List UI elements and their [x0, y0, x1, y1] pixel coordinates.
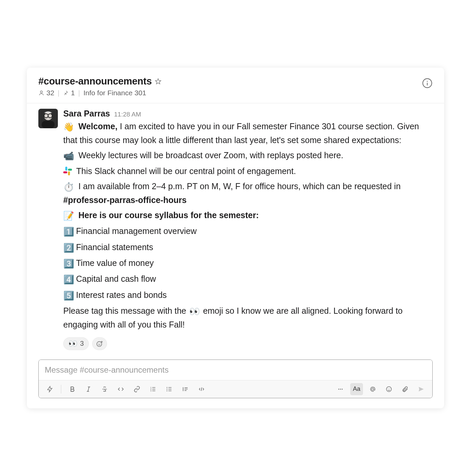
syllabus-item: 4️⃣Capital and cash flow — [63, 272, 433, 286]
svg-rect-7 — [42, 121, 55, 128]
stopwatch-emoji: ⏱️ — [63, 182, 74, 192]
text-format-button[interactable]: Aa — [350, 383, 363, 395]
slack-logo-icon — [63, 167, 72, 175]
svg-marker-0 — [155, 78, 161, 84]
bullet-slack: This Slack channel will be our central p… — [63, 165, 433, 178]
star-icon[interactable] — [154, 78, 162, 85]
office-hours-channel[interactable]: #professor-parras-office-hours — [63, 195, 187, 205]
syllabus-item: 2️⃣Financial statements — [63, 241, 433, 254]
syllabus-heading-row: 📝 Here is our course syllabus for the se… — [63, 209, 433, 223]
welcome-paragraph: 👋 Welcome, I am excited to have you in o… — [63, 120, 433, 147]
camera-emoji: 📹 — [63, 151, 74, 161]
svg-point-43 — [388, 388, 389, 389]
bullet-list-button[interactable] — [163, 383, 176, 395]
svg-point-44 — [390, 388, 390, 389]
message: Sara Parras 11:28 AM 👋 Welcome, I am exc… — [38, 109, 433, 350]
timestamp[interactable]: 11:28 AM — [114, 111, 141, 118]
svg-point-12 — [98, 343, 99, 344]
toolbar-right: Aa — [334, 383, 428, 395]
svg-point-40 — [342, 388, 343, 389]
toolbar-divider — [61, 385, 61, 394]
keycap-5-icon: 5️⃣ — [63, 291, 74, 301]
avatar[interactable] — [38, 109, 58, 128]
syllabus-heading: Here is our course syllabus for the seme… — [78, 210, 259, 220]
emoji-button[interactable] — [383, 383, 395, 395]
channel-header-left: #course-announcements 32 | 1 | Info for … — [38, 76, 162, 97]
pin-icon — [63, 90, 69, 96]
composer-toolbar: 123 Aa — [39, 380, 432, 398]
closing-paragraph: Please tag this message with the 👀 emoji… — [63, 304, 433, 331]
keycap-4-icon: 4️⃣ — [63, 274, 74, 284]
lightning-icon[interactable] — [43, 383, 56, 395]
svg-marker-16 — [47, 386, 52, 392]
svg-line-19 — [88, 387, 89, 391]
svg-point-3 — [427, 81, 428, 82]
svg-point-39 — [340, 388, 341, 389]
syllabus-item: 1️⃣Financial management overview — [63, 225, 433, 238]
memo-emoji: 📝 — [63, 211, 74, 221]
ordered-list-button[interactable]: 123 — [147, 383, 159, 395]
keycap-2-icon: 2️⃣ — [63, 243, 74, 253]
toolbar-left: 123 — [43, 383, 208, 395]
person-icon — [38, 90, 44, 96]
meta-separator: | — [78, 89, 80, 97]
reaction-count: 3 — [80, 340, 84, 347]
attachment-button[interactable] — [399, 383, 411, 395]
member-count[interactable]: 32 — [38, 89, 54, 97]
pinned-count[interactable]: 1 — [63, 89, 75, 97]
reaction-eyes[interactable]: 👀 3 — [63, 337, 89, 350]
message-input[interactable] — [39, 360, 432, 380]
svg-point-38 — [338, 388, 339, 389]
welcome-label: Welcome, — [78, 122, 117, 131]
channel-name[interactable]: #course-announcements — [38, 76, 152, 87]
svg-point-31 — [167, 389, 168, 390]
send-button[interactable] — [415, 383, 428, 395]
mention-button[interactable] — [366, 383, 379, 395]
composer-area: 123 Aa — [27, 360, 444, 408]
svg-line-37 — [201, 387, 202, 391]
svg-point-30 — [167, 387, 168, 388]
info-icon[interactable] — [422, 78, 433, 89]
channel-title-row: #course-announcements — [38, 76, 162, 87]
svg-point-41 — [372, 388, 374, 390]
eyes-emoji: 👀 — [189, 306, 200, 316]
meta-separator: | — [58, 89, 59, 97]
syllabus-item: 3️⃣Time value of money — [63, 257, 433, 270]
link-button[interactable] — [131, 383, 143, 395]
keycap-1-icon: 1️⃣ — [63, 227, 74, 237]
message-area: Sara Parras 11:28 AM 👋 Welcome, I am exc… — [27, 103, 444, 360]
svg-point-1 — [40, 91, 42, 93]
syllabus-item: 5️⃣Interest rates and bonds — [63, 288, 433, 302]
channel-header: #course-announcements 32 | 1 | Info for … — [27, 68, 444, 103]
code-button[interactable] — [114, 383, 127, 395]
codeblock-button[interactable] — [195, 383, 208, 395]
bold-button[interactable] — [66, 383, 79, 395]
channel-meta: 32 | 1 | Info for Finance 301 — [38, 89, 162, 97]
svg-text:3: 3 — [150, 390, 151, 392]
more-icon[interactable] — [334, 383, 347, 395]
keycap-3-icon: 3️⃣ — [63, 259, 74, 269]
eyes-emoji: 👀 — [68, 339, 77, 348]
message-body: Sara Parras 11:28 AM 👋 Welcome, I am exc… — [63, 109, 433, 350]
add-reaction-button[interactable] — [92, 337, 107, 350]
sender-line: Sara Parras 11:28 AM — [63, 109, 433, 118]
italic-button[interactable] — [82, 383, 95, 395]
svg-point-32 — [167, 390, 168, 392]
svg-point-11 — [97, 342, 102, 347]
sender-name[interactable]: Sara Parras — [63, 109, 110, 118]
bullet-office-hours: ⏱️ I am available from 2–4 p.m. PT on M,… — [63, 180, 433, 207]
svg-point-42 — [387, 386, 392, 392]
add-emoji-icon — [96, 340, 103, 347]
slack-panel: #course-announcements 32 | 1 | Info for … — [27, 68, 444, 408]
wave-emoji: 👋 — [63, 122, 74, 132]
channel-topic[interactable]: Info for Finance 301 — [83, 89, 146, 97]
blockquote-button[interactable] — [179, 383, 192, 395]
svg-point-13 — [100, 343, 101, 344]
bullet-zoom: 📹 Weekly lectures will be broadcast over… — [63, 149, 433, 163]
composer: 123 Aa — [38, 360, 433, 398]
message-text: 👋 Welcome, I am excited to have you in o… — [63, 120, 433, 331]
strikethrough-button[interactable] — [98, 383, 111, 395]
reactions: 👀 3 — [63, 337, 433, 350]
